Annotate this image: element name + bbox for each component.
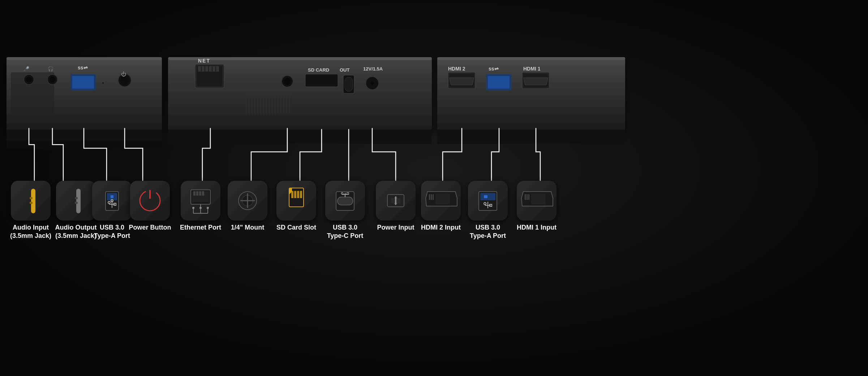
svg-rect-139 bbox=[480, 193, 495, 200]
svg-text:Audio Output: Audio Output bbox=[55, 224, 97, 231]
svg-rect-75 bbox=[30, 202, 33, 204]
svg-rect-39 bbox=[269, 92, 270, 114]
svg-rect-33 bbox=[252, 92, 252, 114]
svg-text:Ethernet Port: Ethernet Port bbox=[180, 224, 221, 231]
svg-rect-27 bbox=[209, 66, 212, 72]
svg-text:USB 3.0: USB 3.0 bbox=[100, 224, 124, 231]
svg-rect-28 bbox=[212, 66, 215, 72]
svg-rect-140 bbox=[484, 195, 487, 198]
svg-rect-96 bbox=[196, 191, 198, 196]
svg-rect-24 bbox=[198, 66, 201, 72]
svg-rect-41 bbox=[275, 92, 275, 114]
svg-rect-12 bbox=[72, 76, 94, 89]
svg-point-16 bbox=[120, 76, 129, 85]
svg-point-14 bbox=[102, 82, 104, 85]
svg-text:⏻: ⏻ bbox=[121, 71, 126, 77]
svg-rect-26 bbox=[205, 66, 208, 72]
svg-rect-117 bbox=[300, 191, 302, 198]
svg-text:OUT: OUT bbox=[340, 67, 350, 73]
svg-rect-72 bbox=[11, 181, 51, 221]
svg-point-103 bbox=[192, 207, 194, 209]
svg-rect-89 bbox=[130, 181, 170, 221]
svg-rect-38 bbox=[266, 92, 267, 114]
svg-rect-42 bbox=[278, 92, 278, 114]
svg-rect-78 bbox=[75, 197, 78, 199]
svg-marker-62 bbox=[450, 78, 474, 85]
svg-rect-73 bbox=[31, 189, 35, 213]
svg-text:🎤: 🎤 bbox=[23, 66, 30, 72]
svg-rect-3 bbox=[7, 57, 162, 60]
svg-rect-57 bbox=[168, 129, 432, 144]
svg-rect-45 bbox=[286, 92, 287, 114]
svg-text:Type-A Port: Type-A Port bbox=[94, 232, 130, 239]
svg-text:SD CARD: SD CARD bbox=[308, 67, 329, 73]
svg-rect-130 bbox=[395, 196, 396, 205]
svg-marker-69 bbox=[524, 78, 548, 85]
svg-text:Audio Input: Audio Input bbox=[13, 224, 49, 231]
svg-text:HDMI 2 Input: HDMI 2 Input bbox=[421, 224, 461, 231]
svg-rect-134 bbox=[429, 194, 430, 200]
svg-rect-44 bbox=[283, 92, 284, 114]
svg-text:HDMI 1: HDMI 1 bbox=[523, 66, 541, 72]
svg-text:🎧: 🎧 bbox=[48, 66, 54, 72]
svg-text:USB 3.0: USB 3.0 bbox=[333, 224, 357, 231]
svg-rect-74 bbox=[30, 197, 33, 199]
svg-rect-95 bbox=[193, 191, 195, 196]
svg-rect-147 bbox=[531, 193, 546, 204]
svg-text:Type-A Port: Type-A Port bbox=[470, 232, 506, 239]
svg-rect-77 bbox=[76, 189, 81, 213]
svg-rect-116 bbox=[297, 191, 299, 198]
svg-text:HDMI 1 Input: HDMI 1 Input bbox=[517, 224, 557, 231]
svg-rect-148 bbox=[525, 194, 526, 200]
svg-rect-135 bbox=[431, 194, 432, 200]
svg-rect-43 bbox=[280, 92, 281, 114]
svg-rect-31 bbox=[246, 92, 246, 114]
svg-text:1/4" Mount: 1/4" Mount bbox=[231, 224, 265, 231]
svg-rect-35 bbox=[257, 92, 258, 114]
svg-rect-29 bbox=[216, 66, 219, 72]
svg-text:HDMI 2: HDMI 2 bbox=[448, 66, 465, 72]
svg-rect-133 bbox=[435, 193, 450, 204]
svg-point-8 bbox=[50, 77, 55, 82]
svg-text:SD Card Slot: SD Card Slot bbox=[276, 224, 316, 231]
svg-text:ss⇌: ss⇌ bbox=[489, 66, 499, 72]
svg-rect-98 bbox=[202, 191, 204, 196]
svg-rect-136 bbox=[433, 194, 434, 200]
svg-rect-97 bbox=[199, 191, 201, 196]
svg-point-6 bbox=[26, 77, 32, 82]
svg-text:ss⇌: ss⇌ bbox=[78, 65, 88, 70]
svg-text:NET: NET bbox=[198, 58, 210, 64]
diagram-svg: 🎤 🎧 ss⇌ ⏻ NET bbox=[0, 0, 868, 376]
svg-rect-46 bbox=[289, 92, 290, 114]
svg-rect-37 bbox=[263, 92, 264, 114]
svg-rect-71 bbox=[437, 129, 625, 144]
svg-text:Power Button: Power Button bbox=[129, 224, 171, 231]
svg-text:USB 3.0: USB 3.0 bbox=[476, 224, 500, 231]
svg-text:(3.5mm Jack): (3.5mm Jack) bbox=[55, 232, 96, 239]
svg-rect-40 bbox=[272, 92, 272, 114]
svg-text:(3.5mm Jack): (3.5mm Jack) bbox=[10, 232, 51, 239]
svg-point-104 bbox=[199, 207, 202, 209]
svg-rect-76 bbox=[56, 181, 96, 221]
svg-rect-120 bbox=[338, 197, 353, 205]
main-scene: 🎤 🎧 ss⇌ ⏻ NET bbox=[0, 0, 868, 376]
svg-rect-59 bbox=[437, 57, 625, 60]
svg-rect-52 bbox=[345, 77, 353, 91]
svg-rect-49 bbox=[305, 74, 338, 87]
svg-point-55 bbox=[370, 81, 374, 85]
svg-point-48 bbox=[284, 78, 291, 85]
svg-rect-34 bbox=[254, 92, 255, 114]
svg-rect-114 bbox=[291, 191, 293, 198]
svg-text:12V/1.5A: 12V/1.5A bbox=[363, 66, 383, 72]
svg-rect-83 bbox=[111, 195, 113, 198]
svg-rect-65 bbox=[488, 76, 510, 89]
svg-rect-149 bbox=[527, 194, 528, 200]
svg-rect-79 bbox=[75, 202, 78, 204]
svg-text:Power Input: Power Input bbox=[377, 224, 414, 231]
svg-rect-32 bbox=[249, 92, 249, 114]
svg-rect-25 bbox=[202, 66, 205, 72]
svg-rect-115 bbox=[294, 191, 296, 198]
svg-rect-36 bbox=[260, 92, 261, 114]
svg-rect-150 bbox=[528, 194, 529, 200]
svg-text:Type-C Port: Type-C Port bbox=[327, 232, 364, 239]
